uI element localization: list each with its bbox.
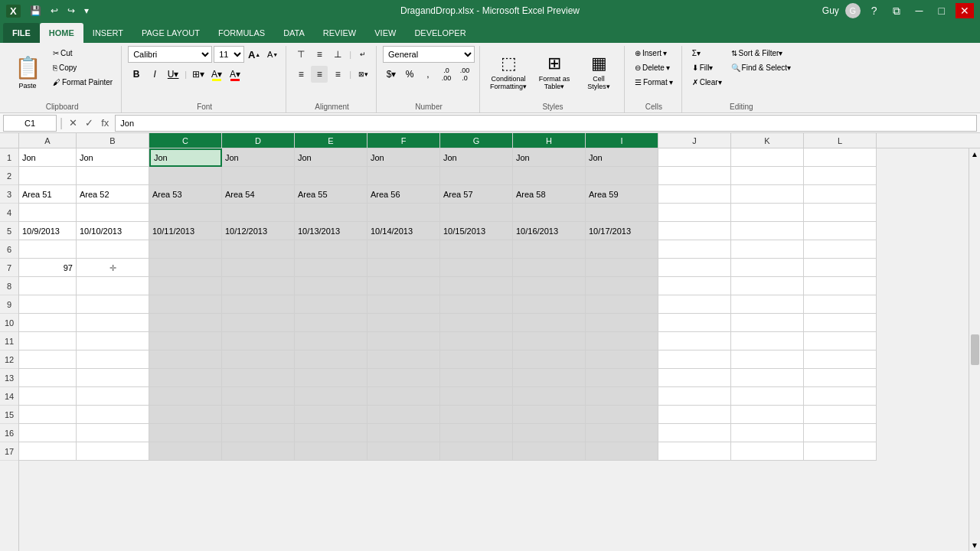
tab-formulas[interactable]: FORMULAS	[209, 23, 274, 43]
tab-home[interactable]: HOME	[40, 23, 83, 43]
cell-a9[interactable]	[19, 295, 77, 314]
cell-c13[interactable]	[149, 369, 222, 387]
cell-i11[interactable]	[586, 332, 658, 350]
cell-k16[interactable]	[731, 424, 804, 442]
cell-k7[interactable]	[731, 259, 804, 277]
cell-l10[interactable]	[804, 314, 877, 332]
cell-h5[interactable]: 10/16/2013	[513, 222, 586, 240]
cell-a12[interactable]	[19, 350, 77, 369]
fill-color-button[interactable]: A▾	[208, 66, 225, 83]
cell-h13[interactable]	[513, 369, 586, 387]
cell-d7[interactable]	[222, 259, 295, 277]
cell-a16[interactable]	[19, 424, 77, 442]
tab-insert[interactable]: INSERT	[83, 23, 132, 43]
row-header-17[interactable]: 17	[0, 442, 18, 461]
conditional-formatting-button[interactable]: ⬚ ConditionalFormatting▾	[486, 46, 531, 98]
cell-k12[interactable]	[731, 350, 804, 369]
accounting-button[interactable]: $▾	[383, 66, 400, 83]
cell-g2[interactable]	[440, 167, 513, 185]
cell-k13[interactable]	[731, 369, 804, 387]
col-header-l[interactable]: L	[804, 133, 877, 148]
cell-c6[interactable]	[149, 240, 222, 259]
align-bottom-button[interactable]: ⊥	[329, 46, 346, 63]
minimize-button[interactable]: ─	[911, 3, 928, 18]
cell-h16[interactable]	[513, 424, 586, 442]
cancel-formula-button[interactable]: ✕	[66, 116, 80, 130]
cell-d3[interactable]: Area 54	[222, 185, 295, 204]
cell-g7[interactable]	[440, 259, 513, 277]
cell-k8[interactable]	[731, 277, 804, 295]
row-header-1[interactable]: 1	[0, 148, 18, 167]
row-header-6[interactable]: 6	[0, 240, 18, 259]
cell-d10[interactable]	[222, 314, 295, 332]
cell-h1[interactable]: Jon	[513, 148, 586, 167]
cell-c14[interactable]	[149, 387, 222, 406]
cell-l8[interactable]	[804, 277, 877, 295]
cell-e13[interactable]	[295, 369, 368, 387]
cell-j12[interactable]	[658, 350, 731, 369]
vertical-scrollbar[interactable]: ▲ ▼	[969, 148, 980, 551]
cell-d15[interactable]	[222, 406, 295, 424]
cell-b15[interactable]	[77, 406, 149, 424]
cell-f7[interactable]	[368, 259, 440, 277]
cell-b11[interactable]	[77, 332, 149, 350]
cell-e4[interactable]	[295, 204, 368, 222]
cell-g17[interactable]	[440, 442, 513, 461]
merge-button[interactable]: ⊠▾	[354, 66, 371, 83]
row-header-8[interactable]: 8	[0, 277, 18, 295]
cell-g11[interactable]	[440, 332, 513, 350]
sort-filter-button[interactable]: ⇅ Sort & Filter▾	[727, 46, 795, 60]
cell-l2[interactable]	[804, 167, 877, 185]
col-header-h[interactable]: H	[513, 133, 586, 148]
cell-k1[interactable]	[731, 148, 804, 167]
row-header-16[interactable]: 16	[0, 424, 18, 442]
format-painter-button[interactable]: 🖌Format Painter	[49, 75, 116, 89]
cell-l4[interactable]	[804, 204, 877, 222]
cell-h12[interactable]	[513, 350, 586, 369]
row-header-7[interactable]: 7	[0, 259, 18, 277]
cell-f1[interactable]: Jon	[368, 148, 440, 167]
cell-i17[interactable]	[586, 442, 658, 461]
cell-a8[interactable]	[19, 277, 77, 295]
cell-d1[interactable]: Jon	[222, 148, 295, 167]
cell-h11[interactable]	[513, 332, 586, 350]
cell-k17[interactable]	[731, 442, 804, 461]
wrap-text-button[interactable]: ↵	[354, 46, 371, 63]
cell-a7[interactable]: 97	[19, 259, 77, 277]
scroll-thumb[interactable]	[971, 334, 979, 365]
cell-f16[interactable]	[368, 424, 440, 442]
cell-e16[interactable]	[295, 424, 368, 442]
help-button[interactable]: ?	[867, 3, 882, 18]
cell-b5[interactable]: 10/10/2013	[77, 222, 149, 240]
cell-e2[interactable]	[295, 167, 368, 185]
align-center-button[interactable]: ≡	[311, 66, 328, 83]
cell-h2[interactable]	[513, 167, 586, 185]
row-header-9[interactable]: 9	[0, 295, 18, 314]
cell-a10[interactable]	[19, 314, 77, 332]
cell-i8[interactable]	[586, 277, 658, 295]
cell-k9[interactable]	[731, 295, 804, 314]
cell-j9[interactable]	[658, 295, 731, 314]
cell-g15[interactable]	[440, 406, 513, 424]
cell-b9[interactable]	[77, 295, 149, 314]
row-header-11[interactable]: 11	[0, 332, 18, 350]
cell-a15[interactable]	[19, 406, 77, 424]
cell-l7[interactable]	[804, 259, 877, 277]
format-button[interactable]: ☰ Format ▾	[631, 75, 677, 89]
comma-button[interactable]: ,	[420, 66, 436, 83]
cell-j10[interactable]	[658, 314, 731, 332]
cell-l14[interactable]	[804, 387, 877, 406]
restore-button[interactable]: ⧉	[888, 3, 905, 19]
format-as-table-button[interactable]: ⊞ Format asTable▾	[532, 46, 577, 98]
cell-i13[interactable]	[586, 369, 658, 387]
cell-e1[interactable]: Jon	[295, 148, 368, 167]
align-right-button[interactable]: ≡	[329, 66, 346, 83]
cell-g12[interactable]	[440, 350, 513, 369]
cell-d17[interactable]	[222, 442, 295, 461]
cell-b12[interactable]	[77, 350, 149, 369]
cell-d5[interactable]: 10/12/2013	[222, 222, 295, 240]
maximize-button[interactable]: □	[934, 3, 949, 18]
cell-f12[interactable]	[368, 350, 440, 369]
cell-i12[interactable]	[586, 350, 658, 369]
cell-i9[interactable]	[586, 295, 658, 314]
